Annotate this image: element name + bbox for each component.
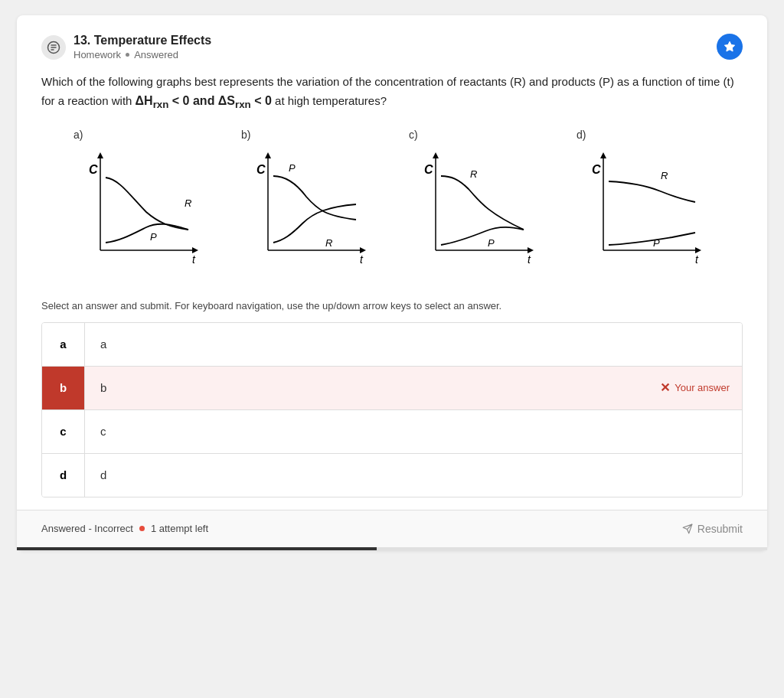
footer: Answered - Incorrect 1 attempt left Resu… bbox=[17, 510, 767, 547]
svg-text:R: R bbox=[325, 237, 332, 249]
wrong-icon: ✕ bbox=[660, 380, 670, 395]
answer-key-c: c bbox=[42, 410, 85, 453]
your-answer-badge: ✕ Your answer bbox=[660, 380, 742, 395]
graph-b: b) C t P R bbox=[241, 129, 375, 277]
progress-bar bbox=[17, 547, 377, 550]
svg-marker-15 bbox=[360, 247, 366, 253]
answer-row-c[interactable]: c c bbox=[42, 410, 742, 454]
svg-marker-7 bbox=[192, 247, 198, 253]
progress-bar-container bbox=[17, 547, 767, 550]
resubmit-icon bbox=[682, 524, 693, 534]
svg-text:t: t bbox=[528, 253, 531, 266]
status-label: Answered bbox=[134, 49, 178, 60]
answer-row-b[interactable]: b b ✕ Your answer bbox=[42, 367, 742, 410]
svg-text:R: R bbox=[185, 197, 191, 209]
svg-text:t: t bbox=[695, 253, 699, 266]
graphs-area: a) C t R P bbox=[41, 129, 743, 277]
svg-text:t: t bbox=[360, 253, 364, 266]
answer-value-a: a bbox=[85, 325, 742, 363]
answer-key-a: a bbox=[42, 323, 85, 366]
homework-label: Homework bbox=[74, 49, 121, 60]
graph-d: d) C t R P bbox=[577, 129, 710, 277]
star-button[interactable] bbox=[717, 34, 743, 60]
resubmit-button[interactable]: Resubmit bbox=[682, 523, 743, 535]
svg-text:t: t bbox=[192, 253, 196, 266]
your-answer-label: Your answer bbox=[675, 382, 730, 393]
meta-separator bbox=[126, 53, 129, 57]
svg-text:P: P bbox=[488, 237, 495, 249]
footer-dot bbox=[139, 526, 145, 531]
attempts-left: 1 attempt left bbox=[151, 523, 208, 534]
svg-text:R: R bbox=[661, 170, 668, 181]
svg-text:C: C bbox=[89, 163, 98, 176]
question-title: 13. Temperature Effects bbox=[74, 34, 211, 47]
svg-marker-22 bbox=[433, 152, 439, 158]
svg-text:C: C bbox=[424, 163, 433, 176]
svg-text:C: C bbox=[256, 163, 266, 176]
svg-marker-31 bbox=[695, 247, 701, 253]
graph-c: c) C t R P bbox=[409, 129, 543, 277]
svg-text:C: C bbox=[592, 163, 601, 176]
question-text: Which of the following graphs best repre… bbox=[41, 73, 743, 113]
instructions: Select an answer and submit. For keyboar… bbox=[41, 300, 743, 311]
answer-key-d: d bbox=[42, 454, 85, 497]
resubmit-label: Resubmit bbox=[697, 523, 743, 535]
svg-text:R: R bbox=[470, 168, 477, 180]
answer-key-b: b bbox=[42, 367, 85, 409]
svg-marker-14 bbox=[265, 152, 271, 158]
graph-a: a) C t R P bbox=[74, 129, 207, 277]
answer-value-d: d bbox=[85, 456, 742, 494]
graph-d-label: d) bbox=[577, 129, 586, 141]
footer-status-text: Answered - Incorrect bbox=[41, 523, 133, 534]
graph-a-label: a) bbox=[74, 129, 83, 141]
answer-value-c: c bbox=[85, 413, 742, 450]
answer-row-d[interactable]: d d bbox=[42, 454, 742, 497]
svg-marker-30 bbox=[600, 152, 606, 158]
answer-row-a[interactable]: a a bbox=[42, 323, 742, 367]
svg-marker-23 bbox=[528, 247, 534, 253]
graph-c-label: c) bbox=[409, 129, 418, 141]
footer-status: Answered - Incorrect 1 attempt left bbox=[41, 523, 208, 534]
svg-marker-6 bbox=[97, 152, 103, 158]
svg-text:P: P bbox=[653, 237, 660, 249]
answer-options: a a b b ✕ Your answer c c d d bbox=[41, 322, 743, 497]
svg-text:P: P bbox=[150, 231, 157, 243]
graph-b-label: b) bbox=[241, 129, 250, 141]
svg-text:P: P bbox=[289, 162, 296, 174]
question-icon bbox=[41, 35, 66, 60]
answer-value-b: b bbox=[85, 369, 660, 406]
